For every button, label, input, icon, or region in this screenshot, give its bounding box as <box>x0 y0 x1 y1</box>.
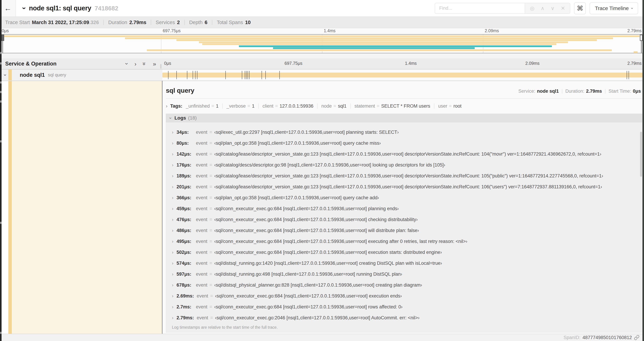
logs-label: Logs <box>174 115 186 121</box>
span-log-marker[interactable] <box>226 71 226 79</box>
locate-icon[interactable]: ◎ <box>530 6 534 11</box>
log-entry-row[interactable]: ›34μs:event=‹sql/exec_util.go:2297 [nsql… <box>172 127 642 138</box>
log-entry-row[interactable]: ›597μs:event=‹sql/distsql_running.go:498… <box>172 269 642 280</box>
find-prev-icon[interactable]: ∧ <box>541 6 544 11</box>
trace-view-selector[interactable]: Trace Timeline › <box>590 3 638 14</box>
log-entry-row[interactable]: ›366μs:event=‹sql/plan_opt.go:358 [nsql1… <box>172 192 642 203</box>
span-row-name-column[interactable]: › node sql1 sql query <box>0 70 162 80</box>
span-log-marker[interactable] <box>187 71 187 79</box>
log-field-value: ‹sql/plan_opt.go:358 [nsql1,client=127.0… <box>214 141 381 146</box>
span-duration-bar[interactable] <box>162 73 644 78</box>
meta-value: 0μs <box>633 89 641 94</box>
viewport-scrubber-left-handle[interactable] <box>2 35 4 41</box>
span-detail-title: sql query <box>166 87 194 94</box>
log-entry-row[interactable]: ›201μs:event=‹sql/catalog/lease/descript… <box>172 181 642 192</box>
span-log-marker[interactable] <box>242 71 242 79</box>
keyboard-shortcuts-button[interactable]: ⌘ <box>574 3 586 14</box>
span-log-marker[interactable] <box>193 71 193 79</box>
span-log-marker[interactable] <box>245 71 245 79</box>
detail-left-column <box>0 81 162 334</box>
span-log-marker[interactable] <box>628 71 629 79</box>
summary-separator <box>212 20 212 25</box>
collapse-one-icon[interactable]: › <box>124 63 130 65</box>
logs-count: (18) <box>188 115 197 121</box>
tags-row[interactable]: › Tags: _unfinished=1_verbose=1client=12… <box>166 103 642 109</box>
collapse-all-icon[interactable]: » <box>142 62 148 66</box>
logs-header[interactable]: › Logs (18) <box>166 114 642 122</box>
minimap-span-bar <box>634 51 638 53</box>
log-entry-row[interactable]: ›189μs:event=‹sql/catalog/lease/descript… <box>172 171 642 181</box>
log-entry-row[interactable]: ›476μs:event=‹sql/conn_executor_exec.go:… <box>172 214 642 225</box>
span-log-marker[interactable] <box>246 71 246 79</box>
log-entry-row[interactable]: ›80μs:event=‹sql/plan_opt.go:358 [nsql1,… <box>172 138 642 149</box>
span-operation-name: sql query <box>48 72 66 78</box>
find-next-icon[interactable]: ∨ <box>551 6 554 11</box>
viewport-scrubber-right-handle[interactable] <box>640 35 642 41</box>
log-timestamp: 80μs: <box>176 141 193 146</box>
span-bar-track[interactable] <box>162 70 644 80</box>
log-entry-row[interactable]: ›2.69ms:event=‹sql/conn_executor_exec.go… <box>172 290 642 301</box>
log-entry-row[interactable]: ›176μs:event=‹sql/catalog/descs/descript… <box>172 160 642 171</box>
meta-value: 2.79ms <box>586 89 602 94</box>
top-bar: ← › node sql1: sql query 7418682 ◎ ∧ ∨ ✕… <box>0 0 644 17</box>
span-log-marker[interactable] <box>249 71 250 79</box>
summary-value: 2.79ms <box>129 20 146 25</box>
log-field-value: ‹sql/distsql_running.go:498 [nsql1,clien… <box>214 271 402 277</box>
log-field-name: event <box>196 282 208 288</box>
minimap-canvas[interactable] <box>0 34 644 53</box>
log-field-name: event <box>196 130 208 135</box>
log-timestamp: 2.79ms: <box>176 315 194 320</box>
detail-left-tint <box>12 81 162 334</box>
collapse-trace-chevron-icon[interactable]: › <box>20 7 28 9</box>
span-log-marker[interactable] <box>197 71 197 79</box>
log-entry-row[interactable]: ›502μs:event=‹sql/conn_executor_exec.go:… <box>172 247 642 258</box>
log-timestamp: 366μs: <box>176 195 193 200</box>
log-field-value: ‹sql/distsql_physical_planner.go:828 [ns… <box>214 282 422 288</box>
span-log-marker[interactable] <box>280 71 280 79</box>
tag-separator <box>434 103 434 109</box>
log-timestamp: 486μs: <box>176 228 193 233</box>
span-log-marker[interactable] <box>195 71 196 79</box>
log-field-value: ‹sql/conn_executor_exec.go:684 [nsql1,cl… <box>215 293 402 299</box>
log-entry-row[interactable]: ›574μs:event=‹sql/distsql_running.go:142… <box>172 258 642 269</box>
log-chevron-icon: › <box>172 304 174 310</box>
summary-separator <box>151 20 151 25</box>
span-log-marker[interactable] <box>248 71 248 79</box>
log-chevron-icon: › <box>172 315 174 320</box>
timeline-tick-label: 2.09ms <box>524 61 540 66</box>
minimap-tick-label: 1.4ms <box>322 28 336 33</box>
log-entry-row[interactable]: ›2.7ms:event=‹sql/conn_executor_exec.go:… <box>172 301 642 312</box>
span-log-marker[interactable] <box>176 71 177 79</box>
log-field-name: event <box>196 151 208 157</box>
span-collapse-chevron-icon[interactable]: › <box>2 74 8 76</box>
summary-label: Duration <box>108 20 127 25</box>
log-entry-row[interactable]: ›495μs:event=‹sql/conn_executor_exec.go:… <box>172 236 642 247</box>
detail-column-divider[interactable] <box>162 81 162 334</box>
screen-edge-artifact-right <box>642 0 644 341</box>
log-entry-row[interactable]: ›678μs:event=‹sql/distsql_physical_plann… <box>172 280 642 290</box>
log-chevron-icon: › <box>172 250 174 255</box>
summary-value: 6 <box>205 20 208 25</box>
expand-all-icon[interactable]: » <box>153 61 156 67</box>
log-entry-row[interactable]: ›142μs:event=‹sql/catalog/lease/descript… <box>172 149 642 160</box>
summary-separator <box>184 20 185 25</box>
log-timestamp: 597μs: <box>176 271 193 277</box>
column-resizer-handle[interactable]: ∥ <box>160 63 162 69</box>
back-button[interactable]: ← <box>0 0 16 17</box>
link-icon[interactable] <box>634 335 640 340</box>
log-timestamp: 201μs: <box>176 184 193 190</box>
find-clear-icon[interactable]: ✕ <box>561 6 565 11</box>
log-entry-row[interactable]: ›459μs:event=‹sql/conn_executor_exec.go:… <box>172 203 642 214</box>
span-log-marker[interactable] <box>262 71 262 79</box>
log-entry-row[interactable]: ›2.79ms:event=‹sql/conn_executor_exec.go… <box>172 312 642 323</box>
expand-one-icon[interactable]: › <box>134 61 136 67</box>
service-operation-header: Service & Operation › › » » ∥ <box>0 58 162 69</box>
tags-label: Tags: <box>170 103 182 109</box>
span-log-marker[interactable] <box>266 71 266 79</box>
command-icon: ⌘ <box>577 5 583 12</box>
detail-pane-scrollbar[interactable] <box>640 132 642 177</box>
log-entry-row[interactable]: ›486μs:event=‹sql/conn_executor_exec.go:… <box>172 225 642 236</box>
find-input[interactable] <box>435 3 525 14</box>
span-log-marker[interactable] <box>627 71 627 79</box>
span-log-marker[interactable] <box>168 71 168 79</box>
